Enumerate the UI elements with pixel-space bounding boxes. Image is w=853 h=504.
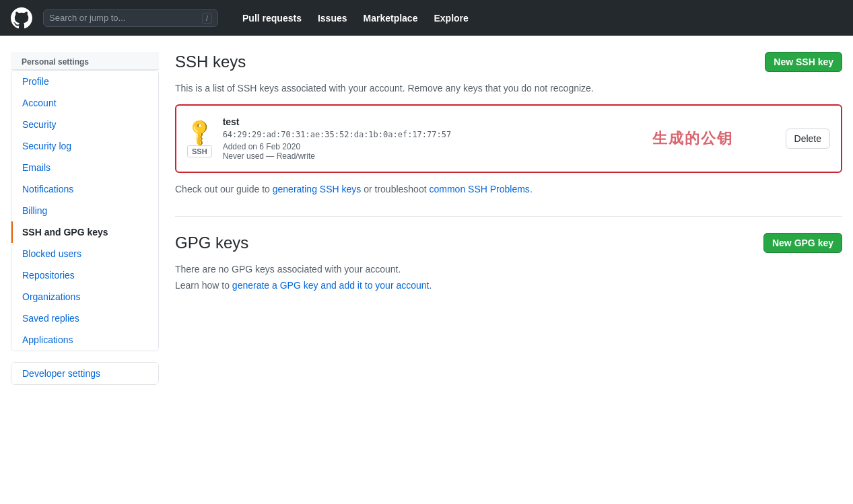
key-icon-area: 🔑 SSH [187,120,212,157]
nav-pull-requests[interactable]: Pull requests [234,7,310,29]
new-gpg-key-button[interactable]: New GPG key [763,233,842,253]
sidebar-link-account[interactable]: Account [11,92,158,114]
guide-suffix: . [530,184,533,194]
gpg-section: GPG keys New GPG key There are no GPG ke… [175,233,842,291]
page-layout: Personal settings Profile Account Securi… [0,36,853,412]
sidebar-link-developer-settings[interactable]: Developer settings [11,363,158,384]
sidebar-menu: Profile Account Security Security log Em… [11,70,159,351]
sidebar-item-blocked[interactable]: Blocked users [11,243,158,264]
sidebar-item-account[interactable]: Account [11,92,158,114]
gpg-section-title: GPG keys [175,233,248,252]
sidebar-item-emails[interactable]: Emails [11,157,158,178]
search-shortcut: / [202,13,212,24]
sidebar-item-billing[interactable]: Billing [11,200,158,221]
sidebar-link-organizations[interactable]: Organizations [11,286,158,308]
nav-marketplace[interactable]: Marketplace [355,7,426,29]
github-logo [11,7,32,29]
ssh-section-description: This is a list of SSH keys associated wi… [175,83,842,94]
key-usage: Never used — Read/write [223,151,775,161]
search-input[interactable] [49,13,197,23]
sidebar-link-security-log[interactable]: Security log [11,135,158,157]
sidebar-item-organizations[interactable]: Organizations [11,286,158,308]
sidebar-item-repositories[interactable]: Repositories [11,264,158,286]
ssh-guide-text: Check out our guide to generating SSH ke… [175,184,842,194]
delete-key-button[interactable]: Delete [786,129,830,149]
sidebar-link-ssh-gpg[interactable]: SSH and GPG keys [11,221,158,243]
guide-middle-text: or troubleshoot [364,184,426,194]
gpg-learn-text: Learn how to generate a GPG key and add … [175,280,842,291]
sidebar-item-profile[interactable]: Profile [11,71,158,92]
sidebar-developer-menu: Developer settings [11,362,159,385]
guide-prefix: Check out our guide to [175,184,270,194]
header-nav: Pull requests Issues Marketplace Explore [234,7,477,29]
ssh-key-card: 🔑 SSH test 64:29:29:ad:70:31:ae:35:52:da… [175,104,842,173]
gpg-learn-link[interactable]: generate a GPG key and add it to your ac… [232,280,430,291]
sidebar-link-saved-replies[interactable]: Saved replies [11,308,158,329]
sidebar-link-applications[interactable]: Applications [11,329,158,351]
gpg-learn-prefix: Learn how to [175,280,230,291]
key-name: test [223,116,775,127]
gpg-learn-suffix: . [429,280,432,291]
sidebar-item-ssh-gpg[interactable]: SSH and GPG keys [11,221,158,243]
sidebar-link-notifications[interactable]: Notifications [11,178,158,200]
nav-explore[interactable]: Explore [425,7,476,29]
key-icon: 🔑 [183,115,215,147]
search-box[interactable]: / [43,9,218,27]
ssh-section-title: SSH keys [175,52,246,71]
sidebar-item-developer-settings[interactable]: Developer settings [11,363,158,384]
sidebar-item-notifications[interactable]: Notifications [11,178,158,200]
sidebar: Personal settings Profile Account Securi… [11,52,159,396]
main-content: SSH keys New SSH key This is a list of S… [175,52,842,396]
new-ssh-key-button[interactable]: New SSH key [765,52,842,72]
sidebar-item-applications[interactable]: Applications [11,329,158,351]
gpg-empty-text: There are no GPG keys associated with yo… [175,264,842,275]
sidebar-link-repositories[interactable]: Repositories [11,264,158,286]
header: / Pull requests Issues Marketplace Explo… [0,0,853,36]
nav-issues[interactable]: Issues [310,7,355,29]
sidebar-item-security-log[interactable]: Security log [11,135,158,157]
sidebar-personal-settings-title: Personal settings [11,52,159,70]
watermark-text: 生成的公钥 [652,129,733,149]
sidebar-link-blocked[interactable]: Blocked users [11,243,158,264]
sidebar-link-billing[interactable]: Billing [11,200,158,221]
sidebar-link-emails[interactable]: Emails [11,157,158,178]
gpg-section-header: GPG keys New GPG key [175,233,842,253]
guide-link-generating[interactable]: generating SSH keys [273,184,362,194]
sidebar-item-saved-replies[interactable]: Saved replies [11,308,158,329]
sidebar-link-profile[interactable]: Profile [11,71,158,92]
sidebar-link-security[interactable]: Security [11,114,158,135]
sidebar-item-security[interactable]: Security [11,114,158,135]
section-divider [175,216,842,217]
ssh-section-header: SSH keys New SSH key [175,52,842,72]
guide-link-problems[interactable]: common SSH Problems [429,184,529,194]
